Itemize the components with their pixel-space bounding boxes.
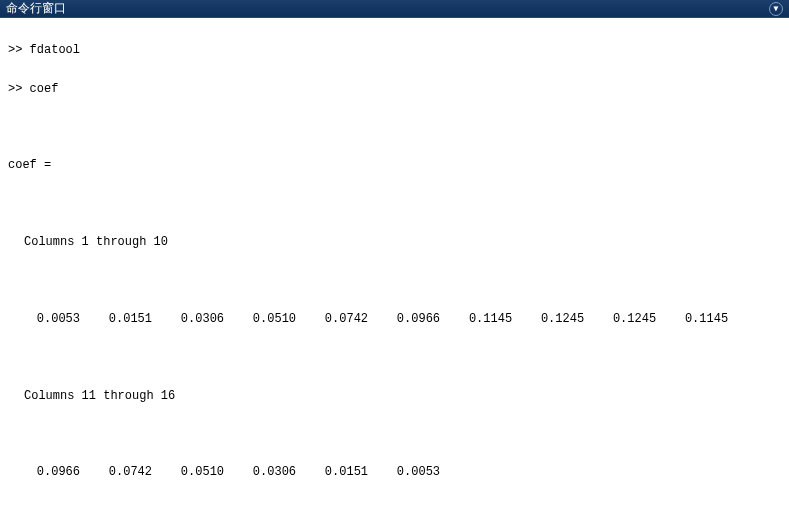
blank-line [8, 195, 781, 214]
command-prompt-line: >> fdatool [8, 41, 781, 60]
variable-header: coef = [8, 156, 781, 175]
columns-header: Columns 11 through 16 [8, 387, 781, 406]
columns-header: Columns 1 through 10 [8, 233, 781, 252]
window-title: 命令行窗口 [6, 0, 66, 17]
titlebar: 命令行窗口 ▼ [0, 0, 789, 18]
blank-line [8, 502, 781, 511]
blank-line [8, 118, 781, 137]
blank-line [8, 425, 781, 444]
command-prompt-line: >> coef [8, 80, 781, 99]
console-output[interactable]: >> fdatool >> coef coef = Columns 1 thro… [0, 18, 789, 511]
dropdown-icon[interactable]: ▼ [769, 2, 783, 16]
data-row: 0.0966 0.0742 0.0510 0.0306 0.0151 0.005… [8, 463, 781, 482]
blank-line [8, 271, 781, 290]
blank-line [8, 348, 781, 367]
data-row: 0.0053 0.0151 0.0306 0.0510 0.0742 0.096… [8, 310, 781, 329]
